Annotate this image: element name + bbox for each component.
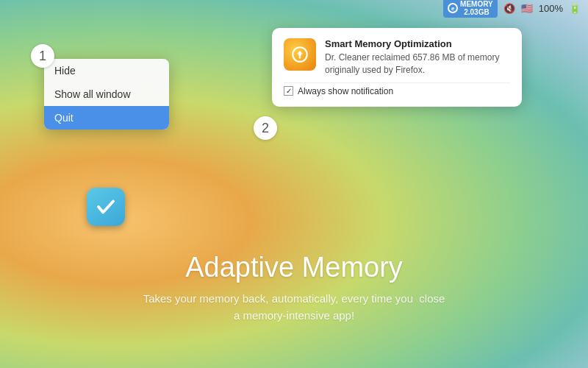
memory-icon [448,3,458,13]
notification-app-icon [284,38,316,71]
step1-badge: 1 [31,44,54,68]
dr-cleaner-icon [290,45,309,64]
app-icon[interactable] [87,188,125,226]
battery-icon: 🔋 [569,3,581,14]
bottom-section: Adaptive Memory Takes your memory back, … [0,252,588,324]
always-show-checkbox[interactable]: ✓ [284,86,293,96]
notification-content: Smart Memory Optimization Dr. Cleaner re… [325,38,510,77]
menubar: MEMORY 2.03GB 🔇 🇺🇸 100% 🔋 [436,0,588,16]
memory-badge[interactable]: MEMORY 2.03GB [443,0,498,18]
context-menu: Hide Show all window Quit [44,59,169,130]
sub-title: Takes your memory back, automatically, e… [0,291,588,324]
notification-popup: Smart Memory Optimization Dr. Cleaner re… [272,28,522,107]
memory-text: MEMORY 2.03GB [460,0,493,16]
notification-checkbox-row: ✓ Always show notification [284,82,510,96]
notification-header: Smart Memory Optimization Dr. Cleaner re… [284,38,510,77]
battery-label: 100% [539,3,563,14]
volume-icon[interactable]: 🔇 [503,3,515,14]
flag-icon: 🇺🇸 [521,3,533,14]
menu-item-hide[interactable]: Hide [44,59,169,82]
checkmark-icon [95,196,117,218]
main-title: Adaptive Memory [0,252,588,283]
notification-body: Dr. Cleaner reclaimed 657.86 MB of memor… [325,52,510,77]
notification-title: Smart Memory Optimization [325,38,510,49]
menu-item-show-all[interactable]: Show all window [44,82,169,106]
step2-badge: 2 [254,116,277,140]
svg-point-1 [298,53,301,56]
menu-item-quit[interactable]: Quit [44,106,169,130]
always-show-label: Always show notification [298,86,393,96]
